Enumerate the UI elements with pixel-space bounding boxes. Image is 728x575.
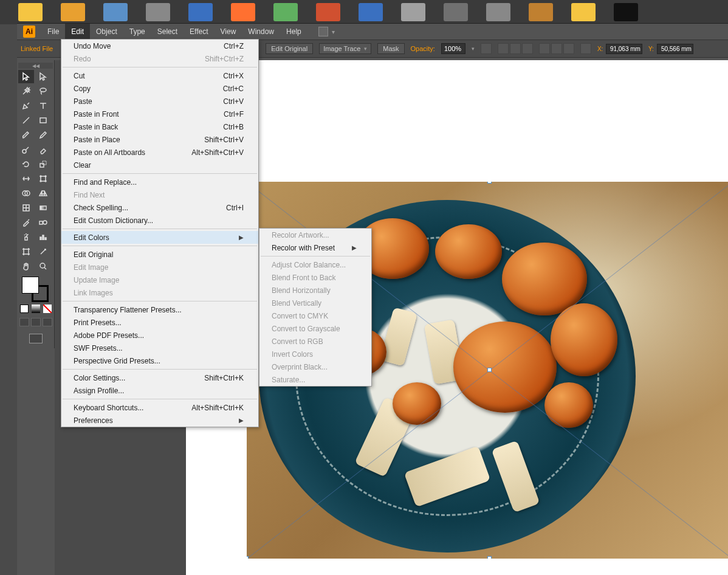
panel-collapse-icon[interactable]: ◀◀ (18, 63, 53, 69)
draw-normal-icon[interactable] (19, 318, 29, 326)
y-input[interactable]: 50,566 mm (657, 44, 693, 54)
mask-button[interactable]: Mask (377, 43, 404, 54)
blob-brush-tool[interactable] (18, 143, 34, 156)
transform-icon[interactable] (580, 43, 591, 54)
line-tool[interactable] (18, 114, 34, 127)
slice-tool[interactable] (35, 245, 51, 258)
taskbar-icon[interactable] (571, 3, 596, 21)
taskbar-icon[interactable] (103, 3, 128, 21)
rectangle-tool[interactable] (35, 114, 51, 127)
column-graph-tool[interactable] (35, 230, 51, 244)
eyedropper-tool[interactable] (18, 216, 34, 229)
mesh-tool[interactable] (18, 201, 34, 215)
taskbar-icon[interactable] (359, 3, 383, 21)
taskbar-icon[interactable] (444, 3, 468, 21)
align-icon[interactable] (563, 43, 574, 54)
menu-item[interactable]: CopyCtrl+C (61, 82, 258, 95)
menu-item[interactable]: Recolor with Preset▶ (259, 241, 371, 254)
taskbar-icon[interactable] (486, 3, 510, 21)
menu-item[interactable]: Transparency Flattener Presets... (61, 303, 258, 316)
taskbar-icon[interactable] (401, 3, 425, 21)
taskbar-icon[interactable] (146, 3, 170, 21)
symbol-sprayer-tool[interactable] (18, 230, 34, 244)
selection-center-handle[interactable] (487, 368, 492, 372)
selection-tool[interactable] (18, 70, 34, 83)
shape-builder-tool[interactable] (18, 187, 34, 200)
scale-tool[interactable] (35, 157, 51, 171)
menu-item[interactable]: Edit Custom Dictionary... (61, 214, 258, 227)
x-input[interactable]: 91,063 mm (606, 44, 642, 54)
taskbar-icon[interactable] (188, 3, 213, 21)
width-tool[interactable] (18, 172, 34, 185)
eraser-tool[interactable] (35, 143, 51, 156)
align-icon[interactable] (522, 43, 533, 54)
menu-window[interactable]: Window (242, 24, 280, 40)
selection-handle[interactable] (487, 182, 492, 184)
type-tool[interactable] (35, 99, 51, 112)
artboard-tool[interactable] (18, 245, 34, 258)
menu-help[interactable]: Help (280, 24, 307, 40)
menu-item[interactable]: Find and Replace... (61, 176, 258, 188)
align-icon[interactable] (498, 43, 509, 54)
draw-inside-icon[interactable] (43, 318, 52, 326)
taskbar-icon[interactable] (61, 3, 85, 21)
zoom-tool[interactable] (35, 260, 51, 273)
pencil-tool[interactable] (35, 128, 51, 142)
screen-mode-button[interactable] (18, 331, 53, 346)
layout-icon[interactable] (318, 27, 328, 36)
menu-select[interactable]: Select (151, 24, 184, 40)
free-transform-tool[interactable] (35, 172, 51, 185)
menu-item[interactable]: Edit Original (61, 248, 258, 261)
menu-item[interactable]: Edit Colors▶ (61, 231, 258, 244)
menu-effect[interactable]: Effect (184, 24, 214, 40)
color-mode-icon[interactable] (20, 305, 29, 313)
pen-tool[interactable] (18, 99, 34, 112)
rotate-tool[interactable] (18, 157, 34, 171)
menu-item[interactable]: Undo MoveCtrl+Z (61, 40, 258, 52)
menu-item[interactable]: SWF Presets... (61, 342, 258, 354)
taskbar-icon[interactable] (316, 3, 340, 21)
align-icon[interactable] (510, 43, 521, 54)
image-trace-dropdown[interactable]: Image Trace (319, 43, 371, 54)
align-icon[interactable] (481, 43, 492, 54)
menu-item[interactable]: Paste in PlaceShift+Ctrl+V (61, 133, 258, 146)
menu-item[interactable]: Preferences▶ (61, 414, 258, 427)
menu-item[interactable]: Clear (61, 159, 258, 171)
menu-file[interactable]: File (41, 24, 65, 40)
taskbar-icon[interactable] (18, 3, 43, 21)
draw-behind-icon[interactable] (31, 318, 41, 326)
taskbar-icon[interactable] (273, 3, 298, 21)
align-icon[interactable] (539, 43, 550, 54)
menu-view[interactable]: View (215, 24, 242, 40)
perspective-grid-tool[interactable] (35, 187, 51, 200)
fill-stroke-swatch[interactable] (18, 277, 53, 303)
menu-item[interactable]: Assign Profile... (61, 384, 258, 397)
align-icon[interactable] (551, 43, 562, 54)
menu-item[interactable]: Perspective Grid Presets... (61, 354, 258, 367)
taskbar-icon[interactable] (529, 3, 553, 21)
lasso-tool[interactable] (35, 84, 51, 98)
menu-item[interactable]: Check Spelling...Ctrl+I (61, 201, 258, 214)
menu-item[interactable]: Keyboard Shortcuts...Alt+Shift+Ctrl+K (61, 401, 258, 414)
selection-handle[interactable] (247, 556, 249, 559)
menu-item[interactable]: Adobe PDF Presets... (61, 329, 258, 342)
menu-item[interactable]: Paste in FrontCtrl+F (61, 108, 258, 120)
menu-type[interactable]: Type (123, 24, 151, 40)
magic-wand-tool[interactable] (18, 84, 34, 98)
selection-handle[interactable] (487, 556, 492, 559)
menu-item[interactable]: Paste in BackCtrl+B (61, 120, 258, 133)
paintbrush-tool[interactable] (18, 128, 34, 142)
menu-item[interactable]: Paste on All ArtboardsAlt+Shift+Ctrl+V (61, 146, 258, 159)
edit-original-button[interactable]: Edit Original (266, 43, 313, 54)
gradient-tool[interactable] (35, 201, 51, 215)
menu-item[interactable]: CutCtrl+X (61, 69, 258, 82)
none-mode-icon[interactable] (43, 305, 52, 313)
taskbar-icon[interactable] (614, 3, 638, 21)
taskbar-icon[interactable] (231, 3, 255, 21)
menu-item[interactable]: PasteCtrl+V (61, 95, 258, 108)
menu-item[interactable]: Print Presets... (61, 316, 258, 329)
menu-object[interactable]: Object (90, 24, 123, 40)
gradient-mode-icon[interactable] (32, 305, 40, 313)
blend-tool[interactable] (35, 216, 51, 229)
fill-swatch[interactable] (22, 277, 39, 294)
